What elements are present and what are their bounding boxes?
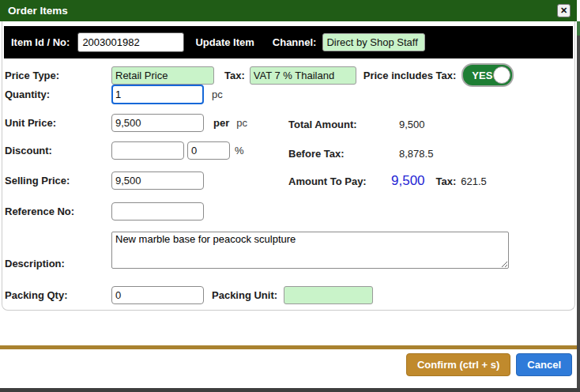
footer-buttons: Confirm (ctrl + s) Cancel <box>0 353 577 376</box>
discount-label: Discount: <box>5 145 111 156</box>
channel-input[interactable] <box>322 33 425 51</box>
percent-sign-label: % <box>235 145 244 156</box>
quantity-row: Quantity: pc <box>5 85 223 104</box>
close-icon: ✕ <box>560 6 567 16</box>
close-button[interactable]: ✕ <box>557 4 571 17</box>
toggle-state-label: YES <box>463 70 492 81</box>
description-textarea[interactable]: New marble base for peacock sculpture <box>111 232 509 269</box>
amount-to-pay-value: 9,500 <box>391 173 425 189</box>
footer-separator <box>0 345 577 349</box>
selling-price-input[interactable] <box>111 172 204 190</box>
item-id-label: Item Id / No: <box>11 36 70 48</box>
total-amount-row: Total Amount: 9,500 <box>288 115 425 134</box>
reference-no-label: Reference No: <box>5 205 111 217</box>
unit-price-unit-label: pc <box>236 117 247 129</box>
description-label: Description: <box>5 258 65 270</box>
price-type-input[interactable] <box>111 66 214 85</box>
order-items-modal: Order Items ✕ Item Id / No: Update Item … <box>0 0 577 388</box>
quantity-label: Quantity: <box>5 89 111 100</box>
page-behind-bottom-strip <box>0 388 580 392</box>
amount-to-pay-row: Amount To Pay: 9,500 Tax: 621.5 <box>288 172 487 190</box>
unit-price-label: Unit Price: <box>5 117 111 129</box>
unit-price-row: Unit Price: per pc <box>5 113 247 132</box>
amount-to-pay-label: Amount To Pay: <box>288 175 391 187</box>
price-type-label: Price Type: <box>5 70 111 81</box>
tax-label: Tax: <box>224 70 245 81</box>
item-bar: Item Id / No: Update Item Channel: <box>4 26 573 58</box>
reference-no-row: Reference No: <box>5 202 204 220</box>
price-type-row: Price Type: Tax: Price includes Tax: YES <box>5 66 514 85</box>
selling-price-label: Selling Price: <box>5 175 111 187</box>
packing-row: Packing Qty: Packing Unit: <box>5 285 373 304</box>
total-amount-label: Total Amount: <box>288 119 399 130</box>
discount-amount-input[interactable] <box>111 141 184 160</box>
packing-unit-input[interactable] <box>284 286 373 304</box>
price-includes-tax-toggle[interactable]: YES <box>461 63 514 87</box>
amount-tax-value: 621.5 <box>461 175 487 187</box>
before-tax-label: Before Tax: <box>288 148 399 160</box>
price-includes-tax-label: Price includes Tax: <box>363 70 457 81</box>
packing-unit-label: Packing Unit: <box>212 289 277 301</box>
toggle-knob <box>493 66 510 84</box>
per-label: per <box>213 117 229 129</box>
before-tax-value: 8,878.5 <box>399 148 433 160</box>
channel-label: Channel: <box>273 36 317 48</box>
page-behind-right-strip <box>577 0 580 392</box>
update-item-label: Update Item <box>195 36 254 48</box>
confirm-button[interactable]: Confirm (ctrl + s) <box>406 353 510 376</box>
tax-input[interactable] <box>250 66 356 85</box>
quantity-input[interactable] <box>111 85 204 104</box>
packing-qty-input[interactable] <box>111 286 204 304</box>
reference-no-input[interactable] <box>111 202 204 220</box>
amount-tax-label: Tax: <box>436 175 457 187</box>
total-amount-value: 9,500 <box>399 119 425 130</box>
quantity-unit-label: pc <box>212 89 223 100</box>
unit-price-input[interactable] <box>111 114 204 132</box>
item-id-input[interactable] <box>77 32 184 52</box>
discount-row: Discount: % <box>5 141 244 160</box>
selling-price-row: Selling Price: <box>5 171 204 190</box>
title-bar: Order Items ✕ <box>0 0 577 21</box>
cancel-button[interactable]: Cancel <box>516 353 572 376</box>
page-title: Order Items <box>0 5 68 17</box>
discount-percent-input[interactable] <box>187 141 230 160</box>
before-tax-row: Before Tax: 8,878.5 <box>288 144 433 163</box>
packing-qty-label: Packing Qty: <box>5 289 111 301</box>
